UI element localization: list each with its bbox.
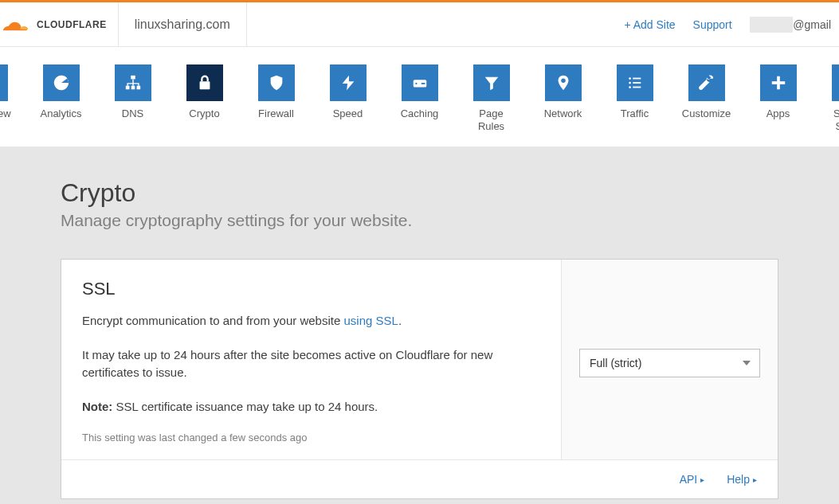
nav-label: Network bbox=[544, 107, 582, 120]
using-ssl-link[interactable]: using SSL bbox=[343, 314, 398, 327]
pie-icon bbox=[43, 64, 80, 101]
domain-selector[interactable]: linuxsharing.com bbox=[119, 2, 247, 46]
nav-label: Apps bbox=[766, 107, 790, 120]
user-email[interactable]: @gmail bbox=[750, 18, 831, 32]
email-suffix: @gmail bbox=[793, 18, 831, 31]
ssl-card-title: SSL bbox=[82, 279, 540, 299]
pin-icon bbox=[545, 64, 582, 101]
nav-tab-apps[interactable]: Apps bbox=[755, 64, 802, 132]
svg-rect-8 bbox=[136, 86, 140, 90]
logo-section[interactable]: CLOUDFLARE bbox=[0, 2, 119, 46]
drive-icon bbox=[402, 64, 438, 101]
ssl-desc-1: Encrypt communication to and from your w… bbox=[82, 312, 540, 330]
caret-right-icon: ▸ bbox=[753, 475, 757, 484]
wrench-icon bbox=[688, 64, 725, 101]
ssl-mode-select[interactable]: Full (strict) bbox=[579, 349, 760, 377]
note-label: Note: bbox=[82, 400, 112, 413]
nav-label: Traffic bbox=[621, 107, 649, 120]
page-subtitle: Manage cryptography settings for your we… bbox=[61, 211, 778, 230]
nav-label: DNS bbox=[122, 107, 143, 120]
list-icon bbox=[617, 64, 653, 101]
svg-rect-9 bbox=[199, 81, 210, 89]
svg-point-14 bbox=[629, 77, 631, 80]
add-site-link[interactable]: + Add Site bbox=[624, 18, 675, 31]
api-link[interactable]: API ▸ bbox=[680, 473, 705, 486]
nav-tab-speed[interactable]: Speed bbox=[324, 64, 372, 132]
nav-label: Page Rules bbox=[468, 107, 516, 132]
ssl-desc-2: It may take up to 24 hours after the sit… bbox=[82, 346, 540, 382]
ssl-last-changed: This setting was last changed a few seco… bbox=[82, 432, 540, 443]
funnel-icon bbox=[473, 64, 510, 101]
email-redacted bbox=[750, 17, 794, 33]
main-content: Crypto Manage cryptography settings for … bbox=[0, 147, 839, 504]
nav-label: Overview bbox=[0, 107, 11, 120]
svg-rect-15 bbox=[633, 78, 641, 80]
page-title: Crypto bbox=[61, 178, 778, 208]
svg-rect-21 bbox=[771, 81, 785, 84]
nav-label: Crypto bbox=[189, 107, 219, 120]
nav-tab-network[interactable]: Network bbox=[539, 64, 587, 132]
cloudflare-logo-icon bbox=[0, 17, 32, 33]
bolt-icon bbox=[330, 64, 367, 101]
svg-point-16 bbox=[629, 82, 631, 84]
svg-point-11 bbox=[415, 83, 417, 84]
nav-label: Speed bbox=[333, 107, 363, 120]
nav-tab-traffic[interactable]: Traffic bbox=[611, 64, 659, 132]
lock-icon bbox=[186, 64, 223, 101]
ssl-card-content: SSL Encrypt communication to and from yo… bbox=[61, 260, 561, 459]
nav-tab-overview[interactable]: Overview bbox=[0, 64, 14, 132]
ssl-card-footer: API ▸ Help ▸ bbox=[61, 459, 778, 498]
shield-icon bbox=[258, 64, 295, 101]
current-domain: linuxsharing.com bbox=[135, 18, 230, 32]
svg-rect-5 bbox=[131, 76, 135, 80]
caret-right-icon: ▸ bbox=[700, 475, 704, 484]
ssl-card-controls: Full (strict) bbox=[561, 260, 778, 459]
sitemap-icon bbox=[115, 64, 151, 101]
svg-rect-6 bbox=[125, 86, 129, 90]
nav-tab-scrape-shield[interactable]: Scrape Shield bbox=[826, 64, 840, 132]
nav-tabs: Overview Analytics DNS Crypto Firewall S… bbox=[0, 47, 839, 147]
nav-tab-firewall[interactable]: Firewall bbox=[253, 64, 300, 132]
ssl-card: SSL Encrypt communication to and from yo… bbox=[61, 259, 778, 499]
nav-tab-analytics[interactable]: Analytics bbox=[37, 64, 85, 132]
ssl-note: Note: SSL certificate issuance may take … bbox=[82, 398, 540, 416]
svg-rect-17 bbox=[633, 82, 641, 84]
nav-tab-caching[interactable]: Caching bbox=[396, 64, 444, 132]
support-link[interactable]: Support bbox=[693, 18, 732, 31]
nav-label: Customize bbox=[682, 107, 731, 120]
svg-rect-7 bbox=[131, 86, 135, 90]
plus-icon bbox=[760, 64, 797, 101]
nav-label: Firewall bbox=[258, 107, 294, 120]
nav-tab-crypto[interactable]: Crypto bbox=[181, 64, 229, 132]
nav-label: Scrape Shield bbox=[826, 107, 840, 132]
nav-tab-page-rules[interactable]: Page Rules bbox=[468, 64, 516, 132]
header-links: + Add Site Support @gmail bbox=[624, 18, 839, 32]
doc-icon bbox=[832, 64, 840, 101]
brand-text: CLOUDFLARE bbox=[37, 19, 107, 30]
header-bar: CLOUDFLARE linuxsharing.com + Add Site S… bbox=[0, 2, 839, 47]
nav-label: Caching bbox=[401, 107, 439, 120]
svg-point-13 bbox=[561, 79, 566, 84]
help-link[interactable]: Help ▸ bbox=[727, 473, 757, 486]
svg-rect-19 bbox=[633, 87, 641, 88]
svg-rect-12 bbox=[421, 83, 425, 84]
nav-tab-dns[interactable]: DNS bbox=[109, 64, 157, 132]
nav-tab-customize[interactable]: Customize bbox=[683, 64, 731, 132]
nav-label: Analytics bbox=[40, 107, 81, 120]
clipboard-icon bbox=[0, 64, 8, 101]
ssl-select-value: Full (strict) bbox=[590, 357, 641, 369]
svg-point-18 bbox=[629, 86, 631, 88]
note-text: SSL certificate issuance may take up to … bbox=[112, 400, 378, 413]
